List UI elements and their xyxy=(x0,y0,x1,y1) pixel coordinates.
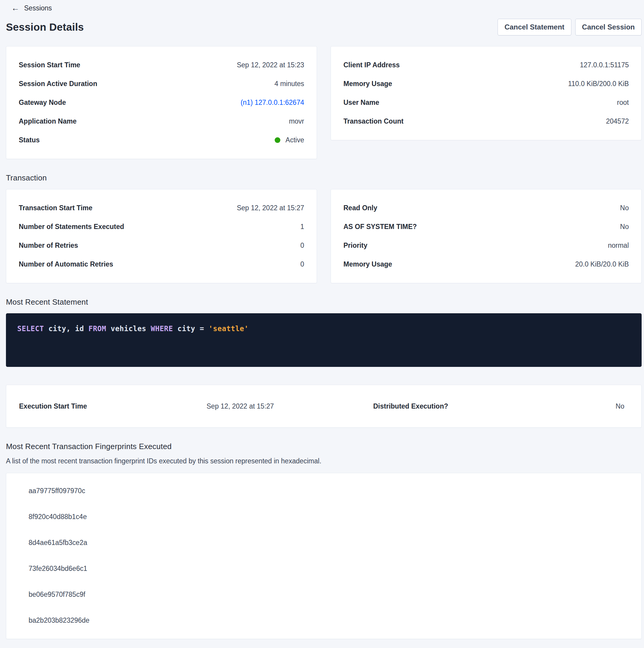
row-label: User Name xyxy=(343,99,379,107)
row-value: No xyxy=(620,223,629,231)
row-value: 4 minutes xyxy=(274,80,304,88)
execution-start-time-value: Sep 12, 2022 at 15:27 xyxy=(207,402,373,410)
row-transaction-count: Transaction Count 204572 xyxy=(343,112,629,131)
transaction-section-heading: Transaction xyxy=(6,173,642,182)
row-label: Session Start Time xyxy=(19,61,80,69)
fingerprint-list-item: 8d4ae61a5fb3ce2a xyxy=(6,530,641,556)
fingerprint-list-item: 8f920c40d88b1c4e xyxy=(6,504,641,530)
row-value: root xyxy=(617,99,629,107)
row-transaction-start-time: Transaction Start Time Sep 12, 2022 at 1… xyxy=(19,199,304,217)
row-value: 110.0 KiB/200.0 KiB xyxy=(568,80,629,88)
row-label: Transaction Start Time xyxy=(19,204,93,212)
row-user-name: User Name root xyxy=(343,93,629,112)
arrow-left-icon: ← xyxy=(11,4,19,12)
row-value: Sep 12, 2022 at 15:23 xyxy=(237,61,304,69)
row-status: Status Active xyxy=(19,131,304,150)
row-as-of-system-time: AS OF SYSTEM TIME? No xyxy=(343,217,629,236)
fingerprints-list-card: aa79775ff097970c 8f920c40d88b1c4e 8d4ae6… xyxy=(6,473,642,639)
sql-string-literal: 'seattle' xyxy=(209,325,249,333)
row-statements-executed: Number of Statements Executed 1 xyxy=(19,217,304,236)
status-label: Active xyxy=(285,136,304,144)
row-label: Memory Usage xyxy=(343,80,392,88)
distributed-execution-label: Distributed Execution? xyxy=(373,402,564,410)
status-badge: Active xyxy=(275,136,304,144)
fingerprint-list-item: aa79775ff097970c xyxy=(6,478,641,504)
row-label: Transaction Count xyxy=(343,117,404,125)
page-title: Session Details xyxy=(6,21,84,33)
row-label: Client IP Address xyxy=(343,61,400,69)
row-memory-usage: Memory Usage 110.0 KiB/200.0 KiB xyxy=(343,74,629,93)
fingerprint-list-item: be06e9570f785c9f xyxy=(6,582,641,607)
sql-keyword: WHERE xyxy=(151,325,173,333)
row-gateway-node: Gateway Node (n1) 127.0.0.1:62674 xyxy=(19,93,304,112)
row-application-name: Application Name movr xyxy=(19,112,304,131)
most-recent-statement-heading: Most Recent Statement xyxy=(6,298,642,307)
row-value: 20.0 KiB/20.0 KiB xyxy=(575,260,629,268)
row-value: 204572 xyxy=(606,117,629,125)
cancel-session-button[interactable]: Cancel Session xyxy=(575,19,642,36)
row-label: Session Active Duration xyxy=(19,80,97,88)
session-details-page: ← Sessions Session Details Cancel Statem… xyxy=(0,0,644,639)
distributed-execution-value: No xyxy=(564,402,624,410)
row-session-start-time: Session Start Time Sep 12, 2022 at 15:23 xyxy=(19,56,304,74)
row-label: Number of Automatic Retries xyxy=(19,260,113,268)
sql-text: city = xyxy=(177,325,204,333)
row-read-only: Read Only No xyxy=(343,199,629,217)
cancel-statement-button[interactable]: Cancel Statement xyxy=(497,19,571,36)
row-value: Sep 12, 2022 at 15:27 xyxy=(237,204,304,212)
row-client-ip: Client IP Address 127.0.0.1:51175 xyxy=(343,56,629,74)
row-label: Application Name xyxy=(19,117,76,125)
row-value: movr xyxy=(289,117,304,125)
fingerprints-description: A list of the most recent transaction fi… xyxy=(6,457,642,465)
row-session-active-duration: Session Active Duration 4 minutes xyxy=(19,74,304,93)
row-automatic-retries: Number of Automatic Retries 0 xyxy=(19,255,304,274)
fingerprint-list-item: ba2b203b823296de xyxy=(6,607,641,633)
row-txn-memory-usage: Memory Usage 20.0 KiB/20.0 KiB xyxy=(343,255,629,274)
sql-statement-code: SELECT city, id FROM vehicles WHERE city… xyxy=(17,325,630,333)
fingerprints-section-heading: Most Recent Transaction Fingerprints Exe… xyxy=(6,442,642,451)
sql-statement-box: SELECT city, id FROM vehicles WHERE city… xyxy=(6,313,642,367)
row-value: 0 xyxy=(300,241,304,250)
transaction-card-left: Transaction Start Time Sep 12, 2022 at 1… xyxy=(6,189,317,283)
row-label: AS OF SYSTEM TIME? xyxy=(343,223,417,231)
row-value: 1 xyxy=(300,223,304,231)
row-value: 127.0.0.1:51175 xyxy=(580,61,629,69)
sql-keyword: SELECT xyxy=(17,325,44,333)
sql-text: city, id xyxy=(49,325,84,333)
execution-info-card: Execution Start Time Sep 12, 2022 at 15:… xyxy=(6,385,642,428)
row-number-of-retries: Number of Retries 0 xyxy=(19,236,304,255)
gateway-node-link[interactable]: (n1) 127.0.0.1:62674 xyxy=(240,99,304,107)
fingerprint-list-item: 73fe26034bd6e6c1 xyxy=(6,556,641,582)
row-value: normal xyxy=(608,241,629,250)
header-actions: Cancel Statement Cancel Session xyxy=(497,19,642,36)
row-value: 0 xyxy=(300,260,304,268)
transaction-card-right: Read Only No AS OF SYSTEM TIME? No Prior… xyxy=(331,189,642,283)
row-value: No xyxy=(620,204,629,212)
row-label: Number of Retries xyxy=(19,241,78,250)
row-label: Gateway Node xyxy=(19,99,66,107)
row-label: Memory Usage xyxy=(343,260,392,268)
session-info-card-right: Client IP Address 127.0.0.1:51175 Memory… xyxy=(331,46,642,140)
row-label: Read Only xyxy=(343,204,377,212)
row-priority: Priority normal xyxy=(343,236,629,255)
row-label: Status xyxy=(19,136,40,144)
status-active-dot-icon xyxy=(275,137,280,143)
row-label: Number of Statements Executed xyxy=(19,223,124,231)
sql-keyword: FROM xyxy=(89,325,106,333)
breadcrumb-back-sessions[interactable]: ← Sessions xyxy=(6,2,52,12)
sql-text: vehicles xyxy=(111,325,147,333)
row-label: Priority xyxy=(343,241,367,250)
session-info-card-left: Session Start Time Sep 12, 2022 at 15:23… xyxy=(6,46,317,159)
breadcrumb-label: Sessions xyxy=(24,4,52,12)
execution-start-time-label: Execution Start Time xyxy=(19,402,207,410)
